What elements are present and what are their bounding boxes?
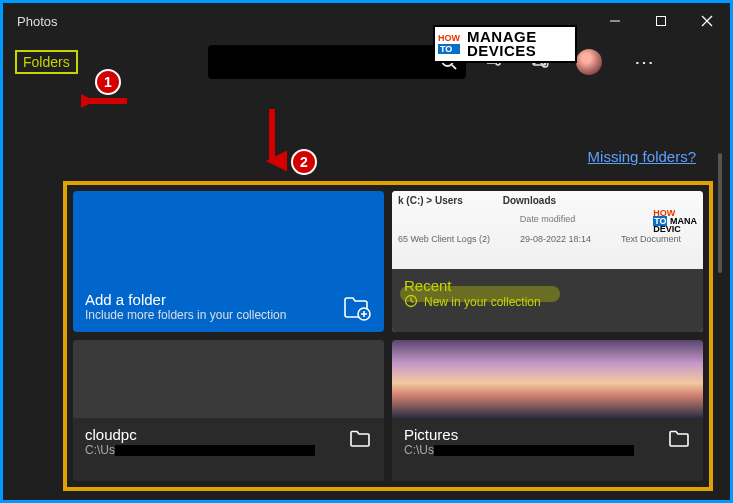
tile-thumbnail [73,340,384,418]
watermark-how: HOW [438,34,460,43]
missing-folders-link[interactable]: Missing folders? [588,148,696,165]
preview-row-date: 29-08-2022 18:14 [520,234,591,244]
search-input[interactable] [208,45,466,79]
more-options-icon[interactable]: ⋯ [628,50,662,74]
tile-pictures[interactable]: Pictures C:\Us [392,340,703,481]
tile-subtitle: C:\Us [85,443,342,457]
preview-breadcrumb: k (C:) > Users [398,195,463,206]
watermark-badge: HOW TO MANAGE DEVICES [433,25,577,63]
vertical-scrollbar[interactable] [718,153,722,273]
tile-add-folder[interactable]: Add a folder Include more folders in you… [73,191,384,332]
tile-title: Add a folder [85,291,342,308]
tab-folders[interactable]: Folders [15,50,78,74]
tile-title: cloudpc [85,426,342,443]
tile-subtitle: C:\Us [404,443,661,457]
annotation-badge-2: 2 [291,149,317,175]
close-button[interactable] [684,3,730,39]
watermark-to: TO [438,44,460,55]
maximize-button[interactable] [638,3,684,39]
tile-cloudpc[interactable]: cloudpc C:\Us [73,340,384,481]
window-title: Photos [3,14,57,29]
watermark-text: MANAGE DEVICES [463,30,537,59]
annotation-badge-1: 1 [95,69,121,95]
svg-rect-1 [657,17,666,26]
tile-recent[interactable]: k (C:) > Users Downloads Date modified 6… [392,191,703,332]
tile-subtitle: Include more folders in your collection [85,308,342,322]
folder-icon [667,426,691,454]
annotation-arrow-2 [257,107,287,171]
folder-add-icon [342,292,372,322]
tile-thumbnail [392,340,703,418]
tile-title: Pictures [404,426,661,443]
folder-icon [348,426,372,454]
preview-row-name: 65 Web Client Logs (2) [398,234,490,244]
preview-datemod: Date modified [398,214,697,224]
titlebar: Photos [3,3,730,39]
preview-mini-watermark: HOWTO MANADEVIC [653,209,697,233]
folders-grid: Add a folder Include more folders in you… [63,181,713,491]
avatar[interactable] [576,49,602,75]
svg-line-5 [451,65,455,69]
recent-preview: k (C:) > Users Downloads Date modified 6… [392,191,703,269]
minimize-button[interactable] [592,3,638,39]
preview-row-type: Text Document [621,234,681,244]
preview-col2: Downloads [503,195,556,206]
window-controls [592,3,730,39]
